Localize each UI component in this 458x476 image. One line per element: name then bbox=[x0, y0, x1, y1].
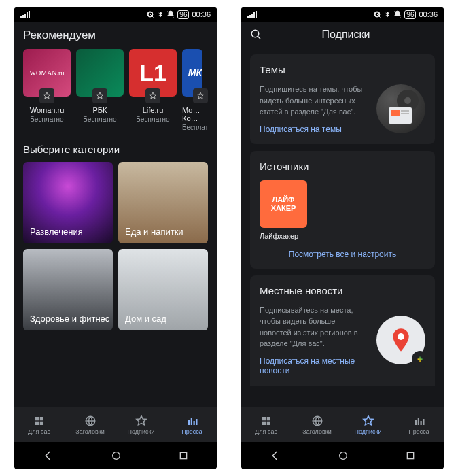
reco-name: РБК bbox=[76, 106, 124, 114]
sources-card: Источники ЛАЙФ ХАКЕР Лайфхакер Посмотрет… bbox=[250, 151, 435, 269]
source-tile-lifehacker[interactable]: ЛАЙФ ХАКЕР Лайфхакер bbox=[260, 180, 307, 240]
system-nav bbox=[241, 442, 444, 469]
nav-for-you[interactable]: Для вас bbox=[241, 407, 292, 442]
nav-label: Пресса bbox=[181, 428, 202, 435]
star-chip[interactable] bbox=[145, 88, 160, 103]
alarm-off-icon bbox=[146, 10, 154, 18]
status-time: 00:36 bbox=[419, 10, 438, 18]
plus-badge[interactable]: + bbox=[412, 351, 428, 367]
nav-label: Заголовки bbox=[302, 428, 331, 435]
category-home[interactable]: Дом и сад bbox=[118, 249, 208, 330]
phone-right: 96 00:36 Подписки Темы Подпишитесь на те… bbox=[241, 7, 444, 469]
subscribe-topics-link[interactable]: Подписаться на темы bbox=[260, 124, 342, 134]
nav-label: Подписки bbox=[355, 428, 382, 435]
reco-card-life[interactable]: L1 Life.ru Бесплатно bbox=[129, 49, 177, 131]
category-label: Еда и напитки bbox=[125, 226, 183, 237]
category-entertainment[interactable]: Развлечения bbox=[23, 162, 113, 243]
category-fitness[interactable]: Здоровье и фитнес bbox=[23, 249, 113, 330]
reco-free: Бесплатно bbox=[23, 116, 71, 123]
back-icon[interactable] bbox=[269, 449, 281, 462]
view-all-sources-link[interactable]: Посмотреть все и настроить bbox=[260, 250, 425, 259]
signal-icon bbox=[20, 11, 30, 18]
reco-card-woman[interactable]: WOMAN.ru Woman.ru Бесплатно bbox=[23, 49, 71, 131]
reco-thumb: МК bbox=[182, 49, 202, 97]
nav-label: Пресса bbox=[408, 428, 429, 435]
svg-rect-2 bbox=[181, 452, 187, 458]
subscribe-local-link[interactable]: Подписаться на местные новости bbox=[260, 356, 368, 375]
reco-thumb: L1 bbox=[129, 49, 177, 97]
categories-title: Выберите категории bbox=[14, 131, 217, 162]
nav-label: Подписки bbox=[128, 428, 155, 435]
reco-name: Woman.ru bbox=[23, 106, 71, 114]
source-thumb: ЛАЙФ ХАКЕР bbox=[260, 180, 307, 228]
svg-point-5 bbox=[404, 97, 411, 104]
bluetooth-icon bbox=[157, 10, 164, 18]
nav-for-you[interactable]: Для вас bbox=[14, 407, 65, 442]
category-food[interactable]: Еда и напитки bbox=[118, 162, 208, 243]
svg-point-10 bbox=[398, 333, 404, 340]
signal-icon bbox=[247, 11, 257, 18]
reco-thumb: WOMAN.ru bbox=[23, 49, 71, 97]
svg-point-1 bbox=[113, 452, 120, 460]
nav-label: Для вас bbox=[255, 428, 277, 435]
category-label: Развлечения bbox=[30, 226, 83, 237]
back-icon[interactable] bbox=[42, 449, 54, 462]
mute-icon bbox=[166, 10, 175, 18]
reco-thumb bbox=[76, 49, 124, 97]
topics-illustration bbox=[376, 84, 425, 133]
recommend-row[interactable]: WOMAN.ru Woman.ru Бесплатно РБК Бесплатн… bbox=[14, 49, 217, 131]
local-illustration: + bbox=[376, 316, 425, 364]
svg-rect-13 bbox=[408, 452, 414, 458]
reco-free: Бесплатно bbox=[129, 116, 177, 123]
card-text: Подписывайтесь на места, чтобы видеть бо… bbox=[260, 305, 368, 350]
category-label: Здоровье и фитнес bbox=[30, 313, 109, 324]
search-icon[interactable] bbox=[250, 29, 262, 41]
content-area-right: Подписки Темы Подпишитесь на темы, чтобы… bbox=[241, 22, 444, 407]
star-chip[interactable] bbox=[39, 88, 54, 103]
star-chip[interactable] bbox=[92, 88, 107, 103]
nav-press[interactable]: Пресса bbox=[393, 407, 444, 442]
categories-grid: Развлечения Еда и напитки Здоровье и фит… bbox=[14, 162, 217, 330]
card-text: Подпишитесь на темы, чтобы видеть больше… bbox=[260, 84, 368, 118]
system-nav bbox=[14, 442, 217, 469]
reco-free: Бесплат bbox=[182, 124, 202, 131]
svg-rect-7 bbox=[391, 110, 400, 116]
svg-rect-8 bbox=[401, 110, 409, 112]
local-news-card: Местные новости Подписывайтесь на места,… bbox=[250, 275, 435, 386]
source-name: Лайфхакер bbox=[260, 232, 307, 240]
nav-press[interactable]: Пресса bbox=[166, 407, 217, 442]
nav-headlines[interactable]: Заголовки bbox=[65, 407, 116, 442]
card-title: Источники bbox=[260, 160, 425, 172]
nav-label: Заголовки bbox=[75, 428, 104, 435]
bottom-nav: Для вас Заголовки Подписки Пресса bbox=[14, 407, 217, 442]
category-label: Дом и сад bbox=[125, 313, 166, 324]
nav-label: Для вас bbox=[28, 428, 50, 435]
battery-icon: 96 bbox=[177, 10, 189, 19]
content-area-left: Рекомендуем WOMAN.ru Woman.ru Бесплатно … bbox=[14, 22, 217, 407]
card-title: Темы bbox=[260, 64, 425, 75]
home-icon[interactable] bbox=[338, 450, 349, 461]
bluetooth-icon bbox=[384, 10, 391, 18]
reco-card-rbc[interactable]: РБК Бесплатно bbox=[76, 49, 124, 131]
app-header: Подписки bbox=[241, 22, 444, 48]
svg-point-12 bbox=[340, 452, 347, 460]
recent-icon[interactable] bbox=[178, 450, 189, 461]
bottom-nav: Для вас Заголовки Подписки Пресса bbox=[241, 407, 444, 442]
mute-icon bbox=[393, 10, 402, 18]
status-bar: 96 00:36 bbox=[14, 7, 217, 22]
reco-free: Бесплатно bbox=[76, 116, 124, 123]
reco-name: МосковКомсом bbox=[182, 106, 202, 122]
svg-rect-9 bbox=[401, 113, 409, 114]
nav-subscriptions[interactable]: Подписки bbox=[342, 407, 393, 442]
status-bar: 96 00:36 bbox=[241, 7, 444, 22]
nav-headlines[interactable]: Заголовки bbox=[292, 407, 342, 442]
star-chip[interactable] bbox=[193, 88, 208, 103]
reco-card-mk[interactable]: МК МосковКомсом Бесплат bbox=[182, 49, 202, 131]
recommend-title: Рекомендуем bbox=[23, 29, 96, 42]
nav-subscriptions[interactable]: Подписки bbox=[116, 407, 166, 442]
phone-left: 96 00:36 Рекомендуем WOMAN.ru Woman.ru Б… bbox=[14, 7, 217, 469]
svg-point-3 bbox=[251, 30, 259, 37]
recent-icon[interactable] bbox=[405, 450, 416, 461]
home-icon[interactable] bbox=[111, 450, 122, 461]
status-time: 00:36 bbox=[192, 10, 211, 18]
